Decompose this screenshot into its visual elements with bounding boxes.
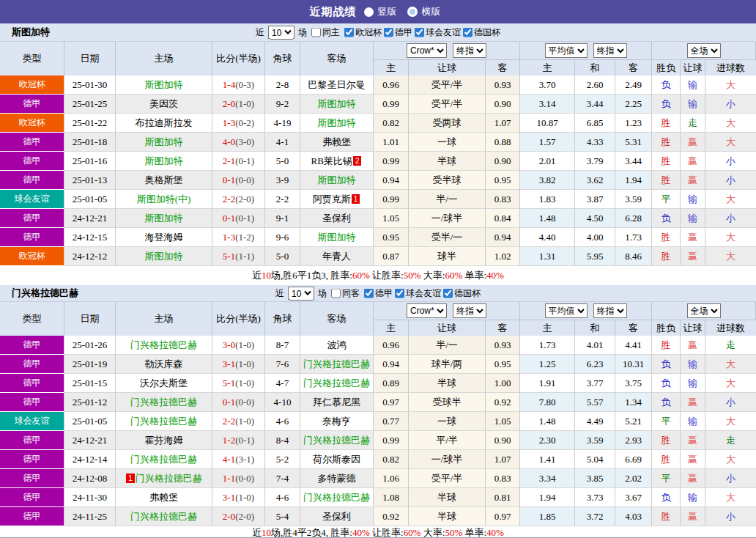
- away-team: RB莱比锡2: [300, 152, 374, 171]
- away-team: 奈梅亨: [300, 412, 374, 431]
- handicap-home-odds: 0.96: [374, 336, 409, 355]
- bookmaker-select[interactable]: Crow*: [407, 303, 447, 318]
- avg-away-odds: 3.59: [615, 190, 652, 209]
- horizontal-layout-radio[interactable]: [407, 7, 418, 17]
- subheader-result-wdl: 胜负: [652, 320, 681, 336]
- corner-stat: 9-2: [265, 95, 300, 114]
- match-score: 1-4(0-3): [212, 75, 265, 95]
- avg-away-odds: 10.31: [615, 355, 652, 374]
- final-odds-select[interactable]: 终指: [453, 43, 486, 58]
- bookmaker-select[interactable]: Crow*: [407, 43, 447, 58]
- competition-checkbox[interactable]: [395, 288, 404, 298]
- full-match-select[interactable]: 全场: [687, 303, 721, 318]
- subheader-handicap-home: 主: [374, 320, 409, 336]
- match-date: 25-01-26: [64, 336, 116, 355]
- away-team: 阿贾克斯1: [300, 190, 374, 209]
- match-score: 0-1(0-0): [212, 393, 265, 412]
- avg-away-odds: 1.73: [615, 228, 652, 247]
- competition-label: 欧冠杯: [355, 26, 382, 38]
- team-label: 巴黎圣日尔曼: [308, 79, 366, 90]
- match-row: 德甲25-01-26门兴格拉德巴赫3-0(1-0)8-7波鸿0.96半/一0.9…: [0, 336, 756, 355]
- avg-home-odds: 3.34: [520, 469, 575, 488]
- competition-checkbox[interactable]: [463, 27, 472, 37]
- summary-text: 近: [252, 270, 262, 281]
- competition-filter[interactable]: 德甲: [364, 287, 393, 299]
- competition-checkbox[interactable]: [344, 27, 354, 37]
- avg-away-odds: 1.34: [615, 393, 652, 412]
- avg-away-odds: 6.69: [615, 450, 652, 469]
- average-select[interactable]: 平均值: [545, 43, 588, 58]
- result-goals: 大: [705, 75, 756, 95]
- away-team: 斯图加特: [300, 228, 374, 247]
- handicap-away-odds: 0.84: [486, 209, 520, 228]
- avg-draw-odds: 3.72: [575, 507, 615, 526]
- result-goals: 大: [705, 133, 756, 152]
- handicap-away-odds: 0.83: [486, 469, 520, 488]
- same-venue-filter[interactable]: 同客: [331, 287, 360, 300]
- rank-badge: 1: [352, 194, 360, 204]
- home-team: 斯图加特: [116, 209, 212, 228]
- same-venue-checkbox[interactable]: [311, 28, 321, 37]
- average-select[interactable]: 平均值: [545, 303, 588, 318]
- competition-label: 德甲: [375, 287, 393, 299]
- competition-filter[interactable]: 球会友谊: [415, 26, 461, 38]
- competition-checkbox[interactable]: [384, 27, 393, 37]
- team-label: 斯图加特: [318, 232, 356, 243]
- match-row: 欧冠杯24-12-12斯图加特5-1(1-1)5-0年青人0.87球半1.021…: [0, 247, 756, 266]
- match-rows: 德甲25-01-26门兴格拉德巴赫3-0(1-0)8-7波鸿0.96半/一0.9…: [0, 336, 756, 526]
- competition-filter[interactable]: 欧冠杯: [344, 26, 382, 38]
- recent-count-select[interactable]: 10: [288, 287, 314, 301]
- match-type-badge: 德甲: [0, 152, 64, 171]
- col-header-score: 比分(半场): [212, 302, 265, 336]
- team-label: 圣保利: [322, 511, 351, 522]
- match-score: 0-1(0-1): [212, 209, 265, 228]
- handicap-line: 半/一: [409, 190, 486, 209]
- team-name: 门兴格拉德巴赫: [12, 287, 78, 300]
- competition-checkbox[interactable]: [364, 288, 374, 298]
- vertical-layout-radio[interactable]: [364, 7, 374, 17]
- handicap-home-odds: 0.94: [374, 355, 409, 374]
- match-type-badge: 球会友谊: [0, 190, 64, 209]
- rank-badge: 1: [126, 473, 135, 483]
- match-type-badge: 球会友谊: [0, 412, 64, 431]
- match-type-badge: 德甲: [0, 507, 64, 526]
- competition-checkbox[interactable]: [415, 27, 424, 37]
- same-venue-checkbox[interactable]: [331, 289, 341, 298]
- handicap-home-odds: 0.89: [374, 374, 409, 393]
- competition-filter[interactable]: 德国杯: [443, 287, 481, 299]
- match-row: 德甲24-12-15海登海姆1-3(1-2)9-6斯图加特0.95受半/一0.9…: [0, 228, 756, 247]
- summary-text: 10: [262, 527, 271, 538]
- avg-draw-odds: 3.77: [575, 374, 615, 393]
- horizontal-layout-label: 横版: [422, 5, 441, 18]
- team-label: 海登海姆: [145, 232, 183, 243]
- section-filter-bar: 门兴格拉德巴赫 近 10 场 同客 德甲球会友谊德国杯: [0, 285, 756, 301]
- final-odds-select[interactable]: 终指: [453, 303, 486, 318]
- competition-filter[interactable]: 球会友谊: [395, 287, 441, 299]
- competition-filter[interactable]: 德国杯: [463, 26, 500, 38]
- away-team: 波鸿: [300, 336, 374, 355]
- final-odds-select-2[interactable]: 终指: [593, 43, 627, 58]
- result-handicap: 赢: [681, 133, 705, 152]
- same-venue-filter[interactable]: 同主: [311, 26, 340, 39]
- home-team: 门兴格拉德巴赫: [116, 393, 212, 412]
- recent-count-select[interactable]: 10: [268, 26, 294, 40]
- full-match-select[interactable]: 全场: [687, 43, 721, 58]
- avg-home-odds: 1.41: [520, 450, 575, 469]
- team-label: 门兴格拉德巴赫: [130, 416, 197, 427]
- match-type-badge: 德甲: [0, 171, 64, 190]
- handicap-away-odds: 1.07: [486, 450, 520, 469]
- competition-filter[interactable]: 德甲: [384, 26, 412, 38]
- avg-draw-odds: 3.59: [575, 431, 615, 450]
- away-team: 斯图加特: [300, 171, 374, 190]
- home-team: 勒沃库森: [116, 355, 212, 374]
- competition-checkbox[interactable]: [443, 288, 453, 298]
- final-odds-select-2[interactable]: 终指: [593, 303, 627, 318]
- avg-away-odds: 2.93: [615, 431, 652, 450]
- match-score: 5-1(1-1): [212, 247, 265, 266]
- handicap-home-odds: 1.06: [374, 469, 409, 488]
- team-label: 门兴格拉德巴赫: [303, 435, 370, 446]
- team-label: 斯图加特: [318, 98, 356, 109]
- same-venue-label: 同主: [322, 26, 340, 39]
- match-date: 24-12-15: [64, 228, 116, 247]
- home-team: 门兴格拉德巴赫: [116, 507, 212, 526]
